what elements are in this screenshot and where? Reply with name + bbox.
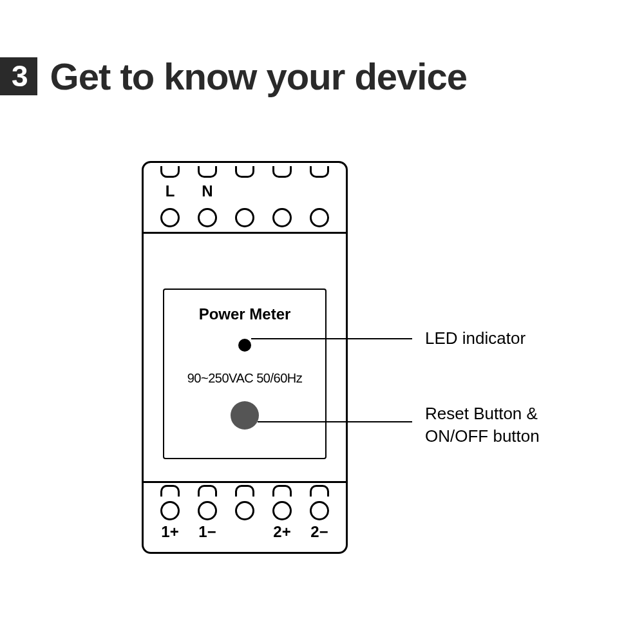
callout-reset-line1: Reset Button & — [425, 404, 538, 423]
wire-slot — [198, 166, 217, 178]
terminal-label-l: L — [151, 182, 189, 200]
callout-leader-line — [251, 338, 412, 339]
section-header: 3 Get to know your device — [0, 55, 467, 98]
terminal-label-2minus: 2− — [301, 523, 338, 541]
device-diagram: L N Power Meter 90~250VAC 50/60Hz — [0, 161, 644, 612]
terminal-hole-icon — [235, 501, 254, 520]
terminal-hole-icon — [198, 208, 217, 227]
wire-slot — [235, 485, 254, 497]
callout-led-label: LED indicator — [425, 328, 526, 348]
terminal-hole-icon — [160, 208, 180, 227]
led-indicator-icon — [238, 339, 251, 352]
device-name-label: Power Meter — [164, 305, 325, 323]
wire-slot — [310, 485, 329, 497]
device-label-panel: Power Meter 90~250VAC 50/60Hz — [163, 289, 327, 459]
terminal-label-n: N — [189, 182, 226, 200]
callout-reset-line2: ON/OFF button — [425, 426, 540, 446]
device-outline: L N Power Meter 90~250VAC 50/60Hz — [142, 161, 348, 554]
terminal-hole-icon — [310, 501, 329, 520]
bottom-terminal-block: 1+ 1− 2+ 2− — [144, 481, 346, 552]
wire-slot — [272, 166, 292, 178]
wire-slot — [310, 166, 329, 178]
terminal-label-1minus: 1− — [189, 523, 226, 541]
terminal-hole-icon — [235, 208, 254, 227]
terminal-hole-icon — [310, 208, 329, 227]
wire-slot — [272, 485, 292, 497]
callout-reset-label: Reset Button & ON/OFF button — [425, 402, 540, 448]
section-title: Get to know your device — [50, 55, 467, 98]
reset-onoff-button-icon — [231, 401, 259, 430]
device-spec-label: 90~250VAC 50/60Hz — [164, 371, 325, 386]
terminal-label-2plus: 2+ — [263, 523, 301, 541]
wire-slot — [160, 485, 180, 497]
terminal-hole-icon — [198, 501, 217, 520]
terminal-hole-icon — [160, 501, 180, 520]
terminal-hole-icon — [272, 208, 292, 227]
terminal-label-1plus: 1+ — [151, 523, 189, 541]
wire-slot — [198, 485, 217, 497]
callout-leader-line — [258, 421, 412, 422]
wire-slot — [235, 166, 254, 178]
wire-slot — [160, 166, 180, 178]
top-terminal-block: L N — [144, 163, 346, 234]
terminal-hole-icon — [272, 501, 292, 520]
section-number-badge: 3 — [0, 57, 37, 95]
